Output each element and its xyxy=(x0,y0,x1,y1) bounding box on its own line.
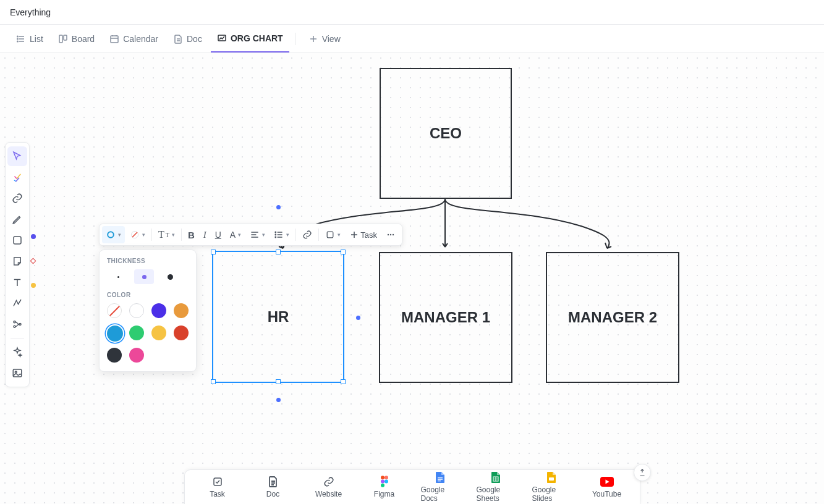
connector-tool[interactable] xyxy=(7,293,27,313)
font-size-button[interactable]: TT ▾ xyxy=(155,226,179,243)
tab-calendar[interactable]: Calendar xyxy=(103,25,164,52)
shape-indicator xyxy=(30,258,36,264)
underline-button[interactable]: U xyxy=(211,226,225,243)
dock-gsheets[interactable]: Google Sheets xyxy=(477,472,515,503)
svg-point-25 xyxy=(384,476,388,479)
svg-rect-30 xyxy=(438,479,443,479)
tab-doc[interactable]: Doc xyxy=(167,25,208,52)
shape-tool[interactable] xyxy=(7,230,27,250)
dock-doc[interactable]: Doc xyxy=(254,476,292,498)
select-tool[interactable] xyxy=(7,146,27,166)
svg-rect-31 xyxy=(438,481,441,481)
node-ceo[interactable]: CEO xyxy=(380,68,512,199)
pen-indicator-dot xyxy=(31,234,36,239)
anchor-top[interactable] xyxy=(276,205,281,209)
sticky-tool[interactable] xyxy=(7,251,27,271)
dock-gsheets-label: Google Sheets xyxy=(477,485,515,503)
more-options-button[interactable] xyxy=(382,226,399,243)
convert-to-task-button[interactable]: Task xyxy=(346,226,381,243)
resize-handle-se[interactable] xyxy=(341,379,346,384)
node-manager-1[interactable]: MANAGER 1 xyxy=(379,252,512,383)
fill-color-button[interactable]: ▾ xyxy=(126,226,149,243)
top-bar: Everything xyxy=(0,0,824,25)
color-orange[interactable] xyxy=(174,303,189,318)
color-swatches xyxy=(107,303,189,365)
svg-point-24 xyxy=(381,476,384,479)
svg-point-28 xyxy=(381,483,384,487)
svg-rect-7 xyxy=(14,237,21,244)
tab-doc-label: Doc xyxy=(187,34,202,44)
svg-point-26 xyxy=(381,479,384,483)
text-color-button[interactable]: A ▾ xyxy=(226,226,245,243)
toolbar-separator xyxy=(181,229,182,241)
thickness-medium[interactable] xyxy=(134,269,154,284)
thickness-thin[interactable] xyxy=(108,269,128,284)
dock-task-label: Task xyxy=(210,490,225,498)
color-pink[interactable] xyxy=(129,348,144,363)
anchor-bottom[interactable] xyxy=(276,398,281,402)
doc-icon xyxy=(268,476,278,487)
dock-website-label: Website xyxy=(315,490,342,498)
svg-point-9 xyxy=(14,326,15,327)
thickness-thick[interactable] xyxy=(160,269,180,284)
color-blue[interactable] xyxy=(107,326,123,342)
dock-task[interactable]: Task xyxy=(198,476,237,498)
tab-board[interactable]: Board xyxy=(52,25,101,52)
dock-website[interactable]: Website xyxy=(310,476,348,498)
node-hr[interactable]: HR xyxy=(212,251,344,383)
link-tool[interactable] xyxy=(7,188,27,208)
node-manager-1-label: MANAGER 1 xyxy=(401,309,490,326)
tab-list[interactable]: List xyxy=(10,25,49,52)
caret-icon: ▾ xyxy=(118,232,121,238)
shape-switch-button[interactable]: ▾ xyxy=(321,226,344,243)
dock-gdocs[interactable]: Google Docs xyxy=(421,472,459,503)
color-yellow[interactable] xyxy=(151,326,166,340)
insert-dock: Task Doc Website Figma Google Docs Googl… xyxy=(184,469,640,504)
color-label: COLOR xyxy=(107,292,189,298)
dock-gdocs-label: Google Docs xyxy=(421,485,459,503)
list-style-button[interactable]: ▾ xyxy=(270,226,293,243)
resize-handle-n[interactable] xyxy=(276,250,281,254)
hyperlink-button[interactable] xyxy=(299,226,316,243)
svg-point-8 xyxy=(14,321,15,323)
dock-figma[interactable]: Figma xyxy=(365,476,404,498)
resize-handle-sw[interactable] xyxy=(211,379,216,384)
dock-youtube[interactable]: YouTube xyxy=(588,476,626,498)
pen-tool[interactable] xyxy=(7,209,27,229)
dock-doc-label: Doc xyxy=(266,490,279,498)
resize-handle-nw[interactable] xyxy=(211,250,216,254)
node-hr-label: HR xyxy=(268,308,289,326)
anchor-right[interactable] xyxy=(356,316,360,320)
pin-dock-button[interactable] xyxy=(634,464,651,481)
list-icon xyxy=(16,34,26,44)
color-white[interactable] xyxy=(129,303,144,318)
italic-button[interactable]: I xyxy=(200,226,210,243)
caret-icon: ▾ xyxy=(338,232,341,238)
ai-tool[interactable] xyxy=(7,342,27,362)
whiteboard-canvas[interactable]: CEO HR MANAGER 1 MANAGER 2 xyxy=(0,53,824,504)
svg-rect-11 xyxy=(13,369,22,377)
align-button[interactable]: ▾ xyxy=(246,226,269,243)
tab-add-view[interactable]: View xyxy=(302,25,347,52)
task-tool[interactable] xyxy=(7,167,27,187)
color-none[interactable] xyxy=(107,303,122,318)
resize-handle-s[interactable] xyxy=(276,379,281,384)
resize-handle-ne[interactable] xyxy=(341,250,346,254)
tab-org-chart[interactable]: ORG CHART xyxy=(211,25,289,52)
mindmap-tool[interactable] xyxy=(7,314,27,334)
color-indigo[interactable] xyxy=(151,303,166,318)
image-tool[interactable] xyxy=(7,363,27,383)
color-red[interactable] xyxy=(174,326,189,340)
text-tool[interactable] xyxy=(7,272,27,292)
border-color-button[interactable]: ▾ xyxy=(102,226,125,243)
svg-point-20 xyxy=(388,234,389,235)
color-charcoal[interactable] xyxy=(107,348,122,363)
bold-button[interactable]: B xyxy=(184,226,198,243)
gslides-icon xyxy=(547,472,556,483)
node-manager-2[interactable]: MANAGER 2 xyxy=(546,252,679,383)
color-green[interactable] xyxy=(129,326,144,340)
dock-gslides-label: Google Slides xyxy=(532,485,571,503)
border-style-popover: THICKNESS COLOR xyxy=(99,250,197,372)
dock-gslides[interactable]: Google Slides xyxy=(532,472,571,503)
toolbar-separator xyxy=(295,229,296,241)
